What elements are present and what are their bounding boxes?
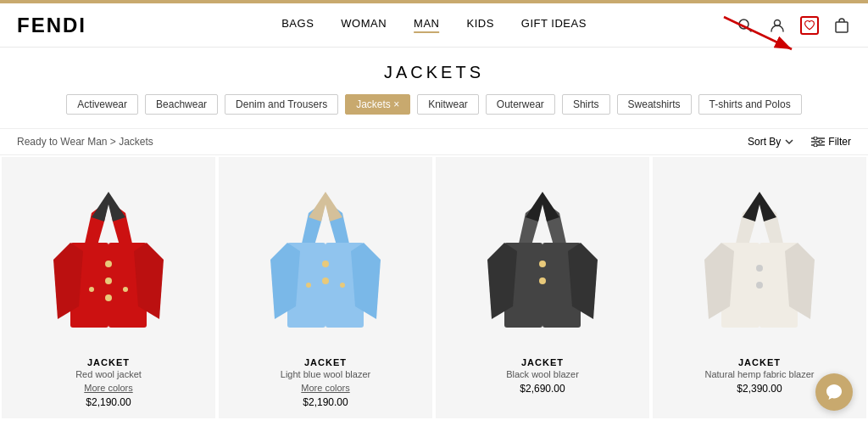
jacket-illustration-blue [262, 175, 389, 345]
svg-marker-18 [92, 192, 108, 221]
chevron-down-icon [784, 137, 794, 147]
header-icons [736, 16, 851, 35]
nav-gift-ideas[interactable]: GIFT IDEAS [521, 17, 587, 33]
svg-point-45 [539, 261, 546, 267]
filter-outerwear[interactable]: Outerwear [486, 94, 555, 115]
breadcrumb-bar: Ready to Wear Man > Jackets Sort By Filt… [0, 128, 868, 155]
product-price-1: $2,190.00 [75, 396, 142, 408]
more-colors-1[interactable]: More colors [75, 383, 142, 393]
filter-beachwear[interactable]: Beachwear [145, 94, 218, 115]
svg-point-21 [105, 277, 112, 284]
svg-line-1 [748, 27, 752, 31]
header: FENDI BAGS WOMAN MAN KIDS GIFT IDEAS [0, 3, 868, 48]
svg-marker-43 [526, 192, 542, 221]
product-name-2: JACKET [281, 357, 370, 367]
filter-denim[interactable]: Denim and Trousers [225, 94, 338, 115]
filter-tshirts[interactable]: T-shirts and Polos [698, 94, 802, 115]
product-desc-3: Black wool blazer [506, 369, 579, 379]
account-icon[interactable] [768, 16, 787, 35]
main-nav: BAGS WOMAN MAN KIDS GIFT IDEAS [281, 17, 587, 33]
svg-point-22 [105, 294, 112, 301]
svg-point-56 [756, 282, 763, 289]
product-image-3 [442, 171, 643, 349]
search-icon[interactable] [736, 16, 754, 35]
svg-point-33 [322, 261, 329, 267]
jacket-illustration-red [45, 175, 172, 345]
sort-by-label: Sort By [748, 136, 781, 148]
svg-marker-19 [108, 192, 125, 221]
product-price-2: $2,190.00 [281, 396, 370, 408]
filter-label: Filter [828, 136, 851, 148]
svg-point-46 [539, 277, 546, 284]
products-grid: JACKET Red wool jacket More colors $2,19… [0, 155, 868, 420]
product-price-3: $2,690.00 [506, 383, 579, 395]
svg-point-9 [814, 137, 817, 140]
page-content: JACKETS Activewear Beachwear Denim and T… [0, 48, 868, 420]
product-card-3[interactable]: JACKET Black wool blazer $2,690.00 [436, 157, 649, 418]
filter-activewear[interactable]: Activewear [66, 94, 138, 115]
svg-point-34 [322, 277, 329, 284]
product-name-1: JACKET [75, 357, 142, 367]
wishlist-icon[interactable] [800, 16, 819, 35]
svg-marker-44 [542, 192, 559, 221]
product-desc-2: Light blue wool blazer [281, 369, 370, 379]
filter-tags: Activewear Beachwear Denim and Trousers … [0, 94, 868, 128]
jacket-illustration-white [696, 175, 823, 345]
logo[interactable]: FENDI [17, 14, 86, 37]
filter-icon [811, 137, 825, 147]
svg-point-20 [105, 261, 112, 267]
filter-sweatshirts[interactable]: Sweatshirts [617, 94, 692, 115]
svg-marker-32 [326, 192, 342, 221]
product-desc-4: Natural hemp fabric blazer [704, 369, 814, 379]
nav-kids[interactable]: KIDS [466, 17, 493, 33]
product-info-1: JACKET Red wool jacket More colors $2,19… [75, 357, 142, 408]
filter-button[interactable]: Filter [811, 136, 851, 148]
product-price-4: $2,390.00 [704, 383, 814, 395]
svg-point-10 [819, 140, 822, 143]
svg-point-24 [123, 287, 128, 292]
product-image-1 [8, 171, 209, 349]
product-card-1[interactable]: JACKET Red wool jacket More colors $2,19… [2, 157, 215, 418]
svg-point-23 [89, 287, 94, 292]
product-name-3: JACKET [506, 357, 579, 367]
svg-point-35 [306, 283, 311, 288]
svg-point-11 [814, 143, 817, 147]
page-title: JACKETS [0, 48, 868, 94]
product-image-2 [225, 171, 426, 349]
product-image-4 [659, 171, 860, 349]
nav-bags[interactable]: BAGS [281, 17, 314, 33]
product-info-4: JACKET Natural hemp fabric blazer $2,390… [704, 357, 814, 395]
svg-marker-53 [743, 192, 760, 221]
bag-icon[interactable] [832, 16, 851, 35]
svg-marker-31 [309, 192, 326, 221]
product-info-3: JACKET Black wool blazer $2,690.00 [506, 357, 579, 395]
sort-by-button[interactable]: Sort By [748, 136, 794, 148]
jacket-illustration-black [479, 175, 606, 345]
nav-woman[interactable]: WOMAN [341, 17, 387, 33]
svg-rect-3 [836, 22, 848, 32]
product-card-2[interactable]: JACKET Light blue wool blazer More color… [219, 157, 432, 418]
product-name-4: JACKET [704, 357, 814, 367]
product-info-2: JACKET Light blue wool blazer More color… [281, 357, 370, 408]
svg-point-36 [340, 283, 345, 288]
breadcrumb: Ready to Wear Man > Jackets [17, 136, 153, 148]
filter-knitwear[interactable]: Knitwear [417, 94, 479, 115]
svg-point-55 [756, 265, 763, 272]
sort-filter: Sort By Filter [748, 136, 851, 148]
more-colors-2[interactable]: More colors [281, 383, 370, 393]
product-desc-1: Red wool jacket [75, 369, 142, 379]
nav-man[interactable]: MAN [414, 17, 439, 33]
filter-shirts[interactable]: Shirts [562, 94, 610, 115]
svg-marker-54 [760, 192, 776, 221]
filter-jackets[interactable]: Jackets × [345, 94, 410, 115]
chat-bubble[interactable] [815, 373, 853, 411]
